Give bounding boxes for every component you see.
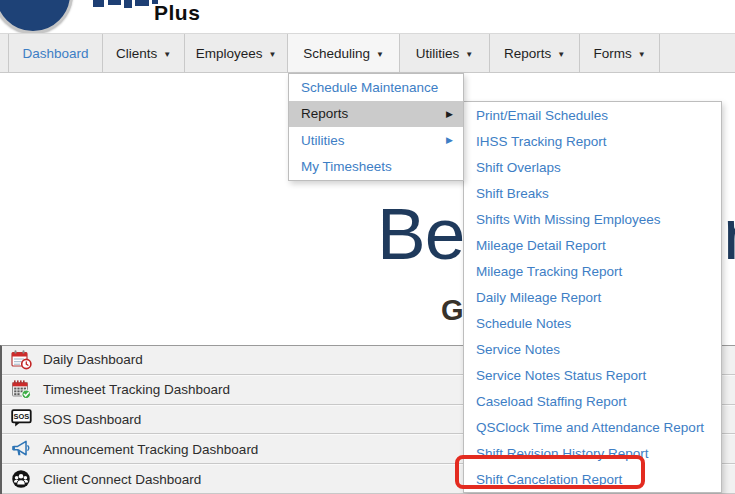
- chevron-down-icon: ▼: [268, 48, 276, 59]
- logo-wordmark-fragment: [93, 0, 104, 7]
- submenu-item-label: IHSS Tracking Report: [476, 134, 607, 149]
- submenu-item-label: Shift Breaks: [476, 186, 549, 201]
- submenu-item-label: Schedule Notes: [476, 316, 571, 331]
- submenu-item-label: Print/Email Schedules: [476, 108, 608, 123]
- nav-label: Forms: [593, 46, 631, 61]
- submenu-item-ihss-tracking-report[interactable]: IHSS Tracking Report: [464, 128, 721, 154]
- submenu-item-label: Service Notes Status Report: [476, 368, 646, 383]
- nav-item-scheduling[interactable]: Scheduling ▼: [288, 34, 400, 72]
- submenu-item-label: Shift Overlaps: [476, 160, 561, 175]
- menu-item-label: Utilities: [301, 133, 345, 148]
- chevron-right-icon: ▶: [446, 109, 453, 119]
- nav-item-forms[interactable]: Forms ▼: [580, 34, 660, 72]
- calendar-clock-icon: [11, 349, 32, 370]
- nav-label: Employees: [196, 46, 263, 61]
- submenu-item-schedule-notes[interactable]: Schedule Notes: [464, 310, 721, 336]
- list-item-label: Announcement Tracking Dashboard: [43, 442, 258, 457]
- submenu-item-shifts-with-missing-employees[interactable]: Shifts With Missing Employees: [464, 206, 721, 232]
- submenu-item-label: Service Notes: [476, 342, 560, 357]
- logo-wordmark-fragment: [108, 0, 121, 5]
- sos-bubble-icon: SOS: [11, 409, 32, 430]
- nav-item-clients[interactable]: Clients ▼: [103, 34, 185, 72]
- chevron-down-icon: ▼: [557, 48, 565, 59]
- menu-item-label: Reports: [301, 106, 348, 121]
- chevron-down-icon: ▼: [638, 48, 646, 59]
- chevron-down-icon: ▼: [163, 48, 171, 59]
- sos-icon-text: SOS: [14, 412, 30, 421]
- submenu-item-label: QSClock Time and Attendance Report: [476, 420, 704, 435]
- submenu-item-label: Daily Mileage Report: [476, 290, 601, 305]
- submenu-item-mileage-tracking-report[interactable]: Mileage Tracking Report: [464, 258, 721, 284]
- chevron-down-icon: ▼: [376, 48, 384, 59]
- submenu-item-label: Mileage Detail Report: [476, 238, 606, 253]
- nav-item-utilities[interactable]: Utilities ▼: [400, 34, 490, 72]
- nav-label: Dashboard: [22, 46, 88, 61]
- submenu-item-shift-overlaps[interactable]: Shift Overlaps: [464, 154, 721, 180]
- submenu-item-label: Shift Revision History Report: [476, 446, 649, 461]
- nav-item-employees[interactable]: Employees ▼: [185, 34, 288, 72]
- calendar-check-icon: [11, 379, 32, 400]
- menu-item-schedule-maintenance[interactable]: Schedule Maintenance: [289, 74, 463, 101]
- submenu-item-label: Shifts With Missing Employees: [476, 212, 661, 227]
- list-item-label: Daily Dashboard: [43, 352, 143, 367]
- scheduling-dropdown-menu: Schedule Maintenance Reports ▶ Utilities…: [288, 73, 464, 181]
- menu-item-label: My Timesheets: [301, 159, 392, 174]
- reports-submenu: Print/Email Schedules IHSS Tracking Repo…: [463, 101, 722, 493]
- submenu-item-mileage-detail-report[interactable]: Mileage Detail Report: [464, 232, 721, 258]
- submenu-item-service-notes-status-report[interactable]: Service Notes Status Report: [464, 362, 721, 388]
- main-nav: Dashboard Clients ▼ Employees ▼ Scheduli…: [0, 33, 735, 73]
- logo-plus-label: Plus: [154, 1, 200, 25]
- menu-item-label: Schedule Maintenance: [301, 80, 438, 95]
- menu-item-reports[interactable]: Reports ▶: [289, 101, 463, 128]
- nav-label: Scheduling: [303, 46, 370, 61]
- nav-label: Reports: [504, 46, 551, 61]
- submenu-item-shift-revision-history-report[interactable]: Shift Revision History Report: [464, 440, 721, 466]
- nav-item-reports[interactable]: Reports ▼: [490, 34, 580, 72]
- submenu-item-caseload-staffing-report[interactable]: Caseload Staffing Report: [464, 388, 721, 414]
- submenu-item-print-email-schedules[interactable]: Print/Email Schedules: [464, 102, 721, 128]
- menu-item-utilities[interactable]: Utilities ▶: [289, 127, 463, 154]
- submenu-item-shift-breaks[interactable]: Shift Breaks: [464, 180, 721, 206]
- megaphone-icon: [11, 439, 32, 460]
- list-item-label: SOS Dashboard: [43, 412, 141, 427]
- app-logo-icon[interactable]: [0, 0, 73, 34]
- submenu-item-qsclock-time-and-attendance-report[interactable]: QSClock Time and Attendance Report: [464, 414, 721, 440]
- submenu-item-label: Shift Cancelation Report: [476, 472, 622, 487]
- menu-item-my-timesheets[interactable]: My Timesheets: [289, 154, 463, 181]
- people-group-icon: [11, 469, 32, 490]
- submenu-item-service-notes[interactable]: Service Notes: [464, 336, 721, 362]
- chevron-right-icon: ▶: [446, 135, 453, 145]
- page-heading-fragment-right: r: [722, 192, 735, 267]
- nav-label: Utilities: [416, 46, 460, 61]
- nav-label: Clients: [116, 46, 157, 61]
- logo-wordmark-fragment: [135, 0, 149, 6]
- submenu-item-label: Mileage Tracking Report: [476, 264, 622, 279]
- chevron-down-icon: ▼: [465, 48, 473, 59]
- submenu-item-label: Caseload Staffing Report: [476, 394, 627, 409]
- list-item-label: Timesheet Tracking Dashboard: [43, 382, 230, 397]
- list-item-label: Client Connect Dashboard: [43, 472, 201, 487]
- logo-wordmark-fragment: [124, 0, 132, 8]
- nav-item-dashboard[interactable]: Dashboard: [8, 34, 103, 72]
- submenu-item-daily-mileage-report[interactable]: Daily Mileage Report: [464, 284, 721, 310]
- submenu-item-shift-cancelation-report[interactable]: Shift Cancelation Report: [464, 466, 721, 492]
- app-window: Plus Dashboard Clients ▼ Employees ▼ Sch…: [0, 0, 735, 494]
